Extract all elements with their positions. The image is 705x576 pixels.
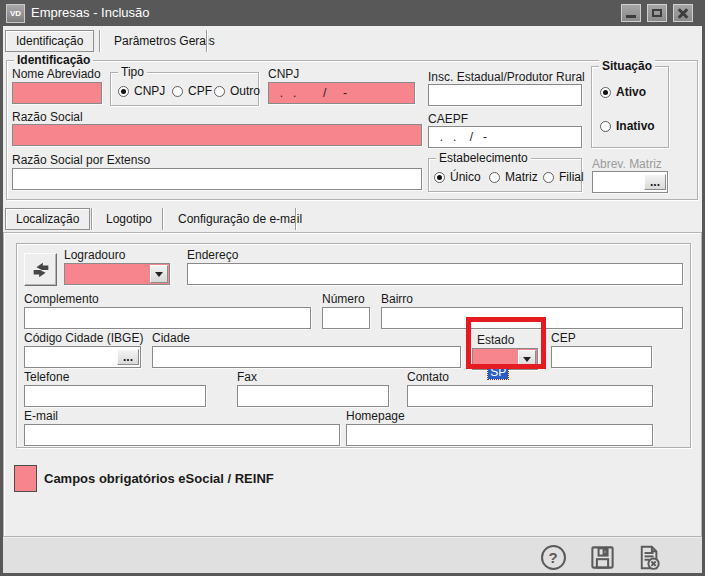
fax-label: Fax <box>237 370 257 384</box>
cidade-input[interactable] <box>152 346 461 368</box>
radio-inativo[interactable]: Inativo <box>600 119 655 133</box>
radio-icon <box>434 172 445 183</box>
tab-separator <box>162 208 163 230</box>
app-icon: VD <box>6 4 25 23</box>
window-title: Empresas - Inclusão <box>31 5 150 20</box>
estado-dropdown-button[interactable] <box>518 350 536 368</box>
razao-social-input[interactable] <box>12 124 422 146</box>
telefone-label: Telefone <box>24 370 69 384</box>
tab-separator <box>91 208 92 230</box>
titlebar[interactable]: VD Empresas - Inclusão <box>0 0 705 26</box>
tab-localizacao[interactable]: Localização <box>5 208 90 230</box>
help-icon: ? <box>541 545 566 570</box>
cnpj-label: CNPJ <box>268 67 299 81</box>
dialog-window: VD Empresas - Inclusão Identificação Par… <box>0 0 705 576</box>
razao-social-label: Razão Social <box>12 110 83 124</box>
radio-icon <box>214 86 225 97</box>
endereco-input[interactable] <box>187 263 683 285</box>
tab-identificacao[interactable]: Identificação <box>5 30 94 52</box>
caepf-input[interactable] <box>428 126 582 148</box>
bairro-input[interactable] <box>381 307 683 329</box>
tipo-group-title: Tipo <box>118 65 147 79</box>
email-label: E-mail <box>24 409 58 423</box>
abrev-matriz-label: Abrev. Matriz <box>592 157 662 171</box>
estado-label: Estado <box>477 333 514 347</box>
cnpj-input[interactable] <box>268 82 415 104</box>
chevron-down-icon <box>523 357 531 362</box>
tab-separator <box>99 30 100 52</box>
radio-icon <box>489 172 500 183</box>
radio-icon <box>543 172 554 183</box>
numero-label: Número <box>322 292 365 306</box>
tab-separator <box>206 30 207 52</box>
radio-icon <box>600 87 611 98</box>
minimize-icon <box>626 15 636 18</box>
logradouro-combobox[interactable] <box>64 263 170 285</box>
numero-input[interactable] <box>322 307 370 329</box>
radio-cnpj[interactable]: CNPJ <box>118 84 165 98</box>
cidade-label: Cidade <box>152 331 190 345</box>
maximize-icon <box>652 9 662 17</box>
cep-input[interactable] <box>551 346 652 368</box>
estado-value: SP <box>488 365 508 379</box>
radio-cpf[interactable]: CPF <box>172 84 212 98</box>
situacao-group-title: Situação <box>599 59 655 73</box>
insc-estadual-label: Insc. Estadual/Produtor Rural <box>428 70 585 84</box>
radio-outro[interactable]: Outro <box>214 84 260 98</box>
radio-matriz[interactable]: Matriz <box>489 170 538 184</box>
radio-icon <box>118 86 129 97</box>
razao-social-extenso-label: Razão Social por Extenso <box>12 153 150 167</box>
nome-abreviado-input[interactable] <box>12 82 102 104</box>
homepage-label: Homepage <box>346 409 405 423</box>
estado-combobox[interactable]: SP <box>472 348 538 370</box>
abrev-matriz-field: ... <box>592 171 668 193</box>
tab-logotipo[interactable]: Logotipo <box>96 208 162 230</box>
maximize-button[interactable] <box>647 4 667 22</box>
logradouro-label: Logradouro <box>64 248 125 262</box>
minimize-button[interactable] <box>621 4 641 22</box>
identificacao-group-title: Identificação <box>14 53 93 67</box>
contato-input[interactable] <box>407 385 653 407</box>
tab-separator <box>295 208 296 230</box>
razao-social-extenso-input[interactable] <box>12 168 422 190</box>
situacao-groupbox: Situação <box>591 66 669 148</box>
save-icon <box>589 544 616 571</box>
logradouro-dropdown-button[interactable] <box>150 265 168 283</box>
insc-estadual-input[interactable] <box>428 84 582 106</box>
email-input[interactable] <box>24 424 340 446</box>
fax-input[interactable] <box>237 385 389 407</box>
swap-arrows-icon <box>30 259 52 281</box>
telefone-input[interactable] <box>24 385 206 407</box>
legend-text: Campos obrigatórios eSocial / REINF <box>44 471 274 486</box>
contato-label: Contato <box>407 370 449 384</box>
save-button[interactable] <box>588 543 616 571</box>
complemento-label: Complemento <box>24 292 99 306</box>
complemento-input[interactable] <box>24 307 311 329</box>
required-field-swatch <box>14 465 37 492</box>
nome-abreviado-label: Nome Abreviado <box>12 67 101 81</box>
codigo-cidade-lookup-button[interactable]: ... <box>117 349 139 365</box>
homepage-input[interactable] <box>346 424 653 446</box>
cancel-button[interactable] <box>634 543 662 571</box>
codigo-cidade-field: ... <box>24 346 141 368</box>
codigo-cidade-label: Código Cidade (IBGE) <box>24 331 143 345</box>
tab-configuracao-email[interactable]: Configuração de e-mail <box>168 208 312 230</box>
close-button[interactable] <box>673 4 693 22</box>
radio-ativo[interactable]: Ativo <box>600 85 646 99</box>
cancel-document-icon <box>635 544 662 571</box>
swap-address-button[interactable] <box>24 253 57 286</box>
bairro-label: Bairro <box>381 292 413 306</box>
abrev-matriz-lookup-button[interactable]: ... <box>644 174 666 190</box>
radio-unico[interactable]: Único <box>434 170 481 184</box>
radio-icon <box>600 121 611 132</box>
estabelecimento-group-title: Estabelecimento <box>436 151 531 165</box>
endereco-label: Endereço <box>187 248 238 262</box>
radio-icon <box>172 86 183 97</box>
caepf-label: CAEPF <box>428 112 468 126</box>
cep-label: CEP <box>551 331 576 345</box>
radio-filial[interactable]: Filial <box>543 170 584 184</box>
chevron-down-icon <box>155 272 163 277</box>
help-button[interactable]: ? <box>540 544 566 570</box>
